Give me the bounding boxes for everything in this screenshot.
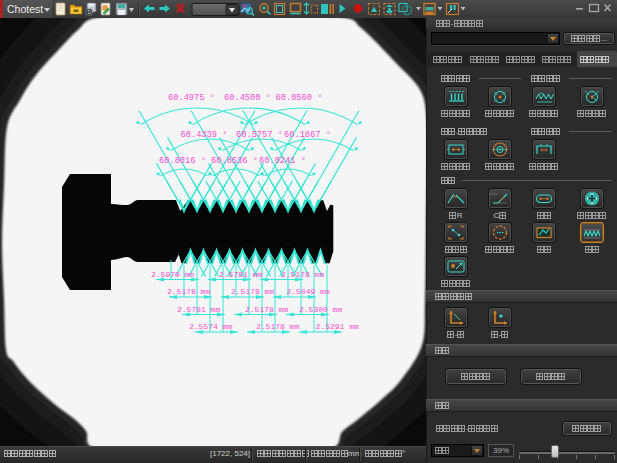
svg-text:2.5781 mm: 2.5781 mm bbox=[177, 305, 220, 314]
svg-text:2.5178 mm: 2.5178 mm bbox=[231, 287, 274, 296]
svg-text:2.5049 mm: 2.5049 mm bbox=[287, 287, 330, 296]
svg-text:60.0560 °: 60.0560 ° bbox=[276, 93, 323, 103]
svg-text:2.5178 mm: 2.5178 mm bbox=[245, 305, 288, 314]
svg-text:D: D bbox=[88, 9, 92, 15]
svg-text:60.5757 °: 60.5757 ° bbox=[236, 130, 283, 140]
svg-text:60.8016 °: 60.8016 ° bbox=[159, 156, 206, 166]
svg-text:2.5781 mm: 2.5781 mm bbox=[219, 270, 262, 279]
svg-text:60.4339 °: 60.4339 ° bbox=[181, 130, 228, 140]
svg-text:2.5574 mm: 2.5574 mm bbox=[189, 322, 232, 331]
svg-text:2.5178 mm: 2.5178 mm bbox=[281, 270, 324, 279]
svg-text:60.4975 °: 60.4975 ° bbox=[168, 93, 215, 103]
svg-text:60.4500 °: 60.4500 ° bbox=[224, 93, 271, 103]
svg-text:60.8536 °: 60.8536 ° bbox=[211, 156, 258, 166]
svg-text:60.1867 °: 60.1867 ° bbox=[284, 130, 331, 140]
svg-text:2.5291 mm: 2.5291 mm bbox=[316, 322, 359, 331]
svg-text:2.5300 mm: 2.5300 mm bbox=[299, 305, 342, 314]
svg-text:2.5178 mm: 2.5178 mm bbox=[256, 322, 299, 331]
svg-text:2.5970 mm: 2.5970 mm bbox=[151, 270, 194, 279]
svg-text:60.0241 °: 60.0241 ° bbox=[259, 156, 306, 166]
svg-text:2.5178 mm: 2.5178 mm bbox=[167, 287, 210, 296]
